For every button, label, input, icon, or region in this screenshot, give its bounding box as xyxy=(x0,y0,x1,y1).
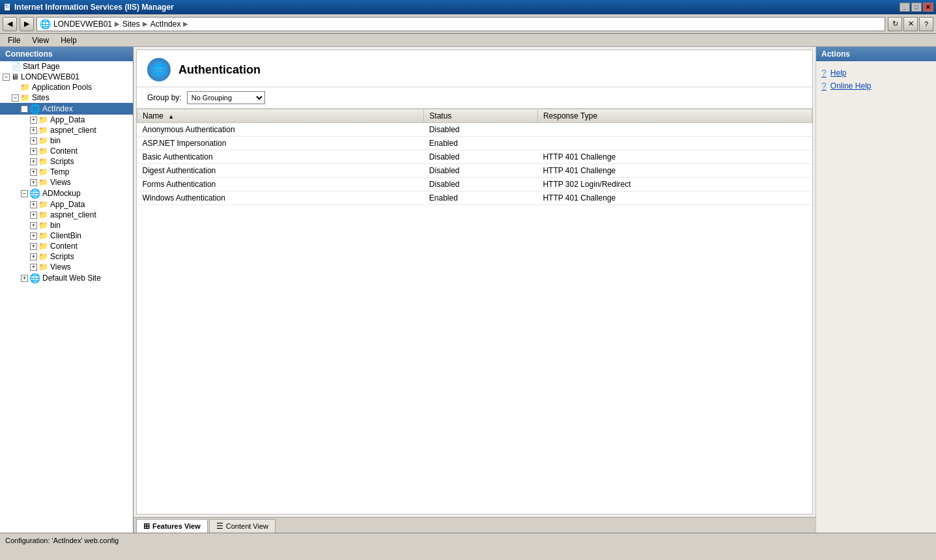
folder-icon: 📁 xyxy=(38,210,48,219)
tree-toggle-content-2[interactable]: + xyxy=(30,243,37,250)
actions-header: Actions xyxy=(816,47,936,61)
tree-label-content-2: Content xyxy=(50,242,78,251)
sidebar-item-app-data-1[interactable]: +📁App_Data xyxy=(0,115,133,125)
groupby-label: Group by: xyxy=(147,93,182,102)
sidebar-item-app-pools[interactable]: 📁Application Pools xyxy=(0,82,133,92)
groupby-select[interactable]: No Grouping Status Response Type xyxy=(187,91,265,104)
sidebar-item-bin-2[interactable]: +📁bin xyxy=(0,220,133,231)
folder-icon: 📁 xyxy=(20,93,30,102)
tree-toggle-views-2[interactable]: + xyxy=(30,264,37,271)
tree-label-admockup: ADMockup xyxy=(42,189,81,198)
action-help[interactable]: ? Help xyxy=(821,66,931,79)
sidebar-item-content-2[interactable]: +📁Content xyxy=(0,241,133,251)
folder-icon: 📁 xyxy=(38,167,48,176)
table-row[interactable]: Anonymous Authentication Disabled xyxy=(137,123,812,137)
tree-toggle-actindex[interactable]: − xyxy=(21,105,28,113)
col-header-response[interactable]: Response Type xyxy=(537,109,812,123)
tree-toggle-content-1[interactable]: + xyxy=(30,148,37,155)
sidebar-item-default-web-site[interactable]: +🌐Default Web Site xyxy=(0,272,133,284)
close-button[interactable]: ✕ xyxy=(923,3,933,12)
sort-arrow-name: ▲ xyxy=(168,113,174,120)
tree-toggle-sites[interactable]: − xyxy=(12,94,19,102)
tree-toggle-temp-1[interactable]: + xyxy=(30,169,37,176)
stop-button[interactable]: ✕ xyxy=(903,17,918,31)
tree-toggle-admockup[interactable]: − xyxy=(21,190,28,197)
tree-toggle-app-data-1[interactable]: + xyxy=(30,117,37,124)
tree-label-default-web-site: Default Web Site xyxy=(42,273,101,283)
sidebar-item-views-1[interactable]: +📁Views xyxy=(0,177,133,188)
tree-label-actindex: ActIndex xyxy=(42,104,73,113)
sidebar-item-admockup[interactable]: −🌐ADMockup xyxy=(0,188,133,199)
sidebar-item-sites[interactable]: −📁Sites xyxy=(0,92,133,103)
col-name-label: Name xyxy=(143,111,163,120)
sidebar-item-londevweb01[interactable]: −🖥LONDEVWEB01 xyxy=(0,72,133,82)
sidebar-item-scripts-2[interactable]: +📁Scripts xyxy=(0,251,133,262)
tree-toggle-clientbin[interactable]: + xyxy=(30,232,37,240)
tree-toggle-scripts-2[interactable]: + xyxy=(30,253,37,260)
breadcrumb-server[interactable]: LONDEVWEB01 xyxy=(53,20,112,29)
folder-icon: 📁 xyxy=(38,231,48,240)
address-icon: 🌐 xyxy=(40,19,51,29)
tree-label-content-1: Content xyxy=(50,147,78,156)
tree-label-scripts-1: Scripts xyxy=(50,157,74,166)
maximize-button[interactable]: □ xyxy=(911,3,922,12)
table-row[interactable]: ASP.NET Impersonation Enabled xyxy=(137,137,812,150)
table-header-row: Name ▲ Status Response Type xyxy=(137,109,812,123)
sidebar-item-clientbin[interactable]: +📁ClientBin xyxy=(0,231,133,241)
menu-view[interactable]: View xyxy=(27,35,54,46)
status-text: Configuration: 'ActIndex' web.config xyxy=(5,537,119,544)
cell-status-1: Enabled xyxy=(424,137,538,150)
action-online-help[interactable]: ? Online Help xyxy=(821,79,931,92)
sidebar-item-start-page[interactable]: 📄Start Page xyxy=(0,61,133,72)
table-row[interactable]: Basic Authentication Disabled HTTP 401 C… xyxy=(137,150,812,164)
menu-help[interactable]: Help xyxy=(55,35,82,46)
tree-toggle-scripts-1[interactable]: + xyxy=(30,158,37,165)
minimize-button[interactable]: _ xyxy=(900,3,910,12)
sidebar-item-content-1[interactable]: +📁Content xyxy=(0,146,133,156)
sidebar-item-aspnet-client-1[interactable]: +📁aspnet_client xyxy=(0,125,133,135)
tree-toggle-aspnet-client-2[interactable]: + xyxy=(30,212,37,219)
sidebar-item-app-data-2[interactable]: +📁App_Data xyxy=(0,199,133,210)
cell-status-2: Disabled xyxy=(424,150,538,164)
tree-toggle-londevweb01[interactable]: − xyxy=(3,74,10,81)
sidebar-item-aspnet-client-2[interactable]: +📁aspnet_client xyxy=(0,210,133,220)
title-bar: 🖥 Internet Information Services (IIS) Ma… xyxy=(0,0,936,14)
refresh-button[interactable]: ↻ xyxy=(888,17,902,31)
back-button[interactable]: ◀ xyxy=(3,17,17,31)
table-row[interactable]: Digest Authentication Disabled HTTP 401 … xyxy=(137,164,812,178)
tree-toggle-aspnet-client-1[interactable]: + xyxy=(30,127,37,134)
folder-icon: 📁 xyxy=(38,178,48,187)
sidebar-item-bin-1[interactable]: +📁bin xyxy=(0,135,133,146)
tree-label-app-pools: Application Pools xyxy=(32,83,92,92)
sidebar-item-scripts-1[interactable]: +📁Scripts xyxy=(0,156,133,167)
tree-label-aspnet-client-2: aspnet_client xyxy=(50,210,96,219)
tree-toggle-app-data-2[interactable]: + xyxy=(30,201,37,208)
tree-label-views-1: Views xyxy=(50,178,71,187)
table-row[interactable]: Forms Authentication Disabled HTTP 302 L… xyxy=(137,178,812,191)
tab-content-view[interactable]: ☰ Content View xyxy=(209,519,276,533)
online-help-label: Online Help xyxy=(830,81,872,91)
tree-toggle-bin-1[interactable]: + xyxy=(30,137,37,145)
breadcrumb-actindex[interactable]: ActIndex xyxy=(150,20,181,29)
table-row[interactable]: Windows Authentication Enabled HTTP 401 … xyxy=(137,191,812,205)
nav-extra-button[interactable]: ? xyxy=(919,17,933,31)
breadcrumb-sites[interactable]: Sites xyxy=(122,20,140,29)
help-icon: ? xyxy=(821,68,827,78)
tree-toggle-default-web-site[interactable]: + xyxy=(21,275,28,282)
breadcrumb-arrow-3: ▶ xyxy=(183,20,188,27)
cell-response-1 xyxy=(537,137,812,150)
tab-features-view[interactable]: ⊞ Features View xyxy=(136,519,208,533)
col-header-status[interactable]: Status xyxy=(424,109,538,123)
window-controls: _ □ ✕ xyxy=(900,3,933,12)
sidebar-item-views-2[interactable]: +📁Views xyxy=(0,262,133,272)
sidebar-item-temp-1[interactable]: +📁Temp xyxy=(0,167,133,177)
tree-toggle-bin-2[interactable]: + xyxy=(30,222,37,229)
tree-container: 📄Start Page−🖥LONDEVWEB01📁Application Poo… xyxy=(0,61,133,284)
sidebar-item-actindex[interactable]: −🌐ActIndex xyxy=(0,103,133,115)
breadcrumb-arrow-2: ▶ xyxy=(143,20,148,27)
tree-toggle-views-1[interactable]: + xyxy=(30,179,37,186)
forward-button[interactable]: ▶ xyxy=(20,17,34,31)
col-header-name[interactable]: Name ▲ xyxy=(137,109,424,123)
tree-label-bin-2: bin xyxy=(50,221,61,230)
menu-file[interactable]: File xyxy=(3,35,25,46)
